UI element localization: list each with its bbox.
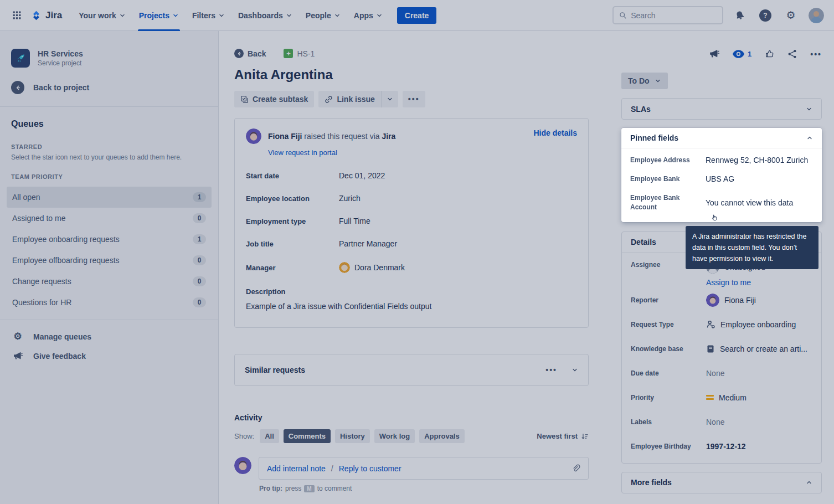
view-request-portal-link[interactable]: View request in portal <box>268 148 337 157</box>
more-fields-panel: More fields <box>621 472 822 493</box>
project-rocket-icon <box>11 49 30 68</box>
queue-count-badge: 1 <box>193 234 206 244</box>
queue-count-badge: 0 <box>193 213 206 223</box>
watchers-button[interactable]: 1 <box>733 50 751 58</box>
queue-employee-offboarding[interactable]: Employee offboarding requests 0 <box>7 250 212 271</box>
user-avatar <box>809 8 824 23</box>
queue-count-badge: 1 <box>193 192 206 202</box>
detail-row-employee-birthday: Employee Birthday 1997-12-12 <box>622 434 821 459</box>
project-header: HR Services Service project <box>0 44 218 75</box>
back-button[interactable]: Back <box>234 49 266 58</box>
profile-button[interactable] <box>807 7 825 24</box>
share-icon <box>787 49 797 59</box>
assign-to-me-link[interactable]: Assign to me <box>706 278 765 287</box>
chevron-down-icon <box>806 106 812 112</box>
create-subtask-button[interactable]: Create subtask <box>234 91 314 107</box>
detail-row-knowledge-base: Knowledge base Search or create an arti.… <box>622 337 821 361</box>
megaphone-icon <box>11 351 24 361</box>
ellipsis-icon: ••• <box>810 50 822 59</box>
nav-dashboards[interactable]: Dashboards <box>231 0 299 31</box>
queue-all-open[interactable]: All open 1 <box>7 187 212 208</box>
notifications-button[interactable] <box>731 7 749 24</box>
request-type-icon: + <box>284 49 293 58</box>
app-switcher-icon[interactable] <box>8 7 25 24</box>
similar-collapse-button[interactable] <box>572 367 578 373</box>
app-name: Jira <box>45 10 62 21</box>
queue-list: All open 1 Assigned to me 0 Employee onb… <box>0 183 218 313</box>
more-fields-header[interactable]: More fields <box>622 472 821 493</box>
sort-order-button[interactable]: Newest first <box>537 432 589 440</box>
status-dropdown[interactable]: To Do <box>621 73 668 89</box>
queue-questions-for-hr[interactable]: Questions for HR 0 <box>7 292 212 313</box>
queue-employee-onboarding[interactable]: Employee onboarding requests 1 <box>7 229 212 250</box>
settings-button[interactable]: ⚙ <box>782 7 800 24</box>
panel-more-button[interactable]: ••• <box>810 50 822 59</box>
nav-people[interactable]: People <box>299 0 347 31</box>
share-button[interactable] <box>787 49 797 59</box>
filter-comments[interactable]: Comments <box>284 429 331 443</box>
pinned-fields-panel: Pinned fields Employee Address Rennweg 5… <box>621 128 822 222</box>
issue-toolbar: Create subtask Link issue ••• <box>234 91 589 107</box>
filter-approvals[interactable]: Approvals <box>419 429 465 443</box>
link-icon <box>325 95 333 104</box>
slas-header[interactable]: SLAs <box>622 99 821 119</box>
hide-details-link[interactable]: Hide details <box>533 128 577 137</box>
chevron-up-icon <box>806 479 812 486</box>
manage-queues-link[interactable]: ⚙ Manage queues <box>0 327 218 346</box>
link-issue-button[interactable]: Link issue <box>318 91 380 107</box>
manager-avatar <box>339 262 350 273</box>
filter-worklog[interactable]: Work log <box>374 429 415 443</box>
raised-by-line: Fiona Fiji raised this request via Jira <box>268 132 395 141</box>
nav-your-work[interactable]: Your work <box>72 0 132 31</box>
comment-input[interactable]: Add internal note / Reply to customer <box>259 457 589 480</box>
like-button[interactable] <box>765 49 774 59</box>
search-input[interactable] <box>631 11 717 20</box>
similar-more-button[interactable]: ••• <box>545 366 557 374</box>
back-to-project-link[interactable]: Back to project <box>0 75 218 100</box>
detail-row-labels: Labels None <box>622 410 821 434</box>
subtask-icon <box>240 95 249 104</box>
nav-apps[interactable]: Apps <box>347 0 389 31</box>
reply-to-customer-link[interactable]: Reply to customer <box>339 464 401 473</box>
filter-all[interactable]: All <box>260 429 279 443</box>
queue-change-requests[interactable]: Change requests 0 <box>7 271 212 292</box>
feedback-button[interactable] <box>709 49 719 59</box>
nav-projects[interactable]: Projects <box>132 0 186 31</box>
queue-count-badge: 0 <box>193 297 206 307</box>
project-type: Service project <box>38 59 83 67</box>
filter-history[interactable]: History <box>335 429 370 443</box>
current-user-avatar <box>234 457 251 474</box>
project-sidebar: HR Services Service project Back to proj… <box>0 31 219 504</box>
priority-medium-icon <box>706 395 714 400</box>
nav-filters[interactable]: Filters <box>186 0 231 31</box>
hand-pointer-cursor <box>710 213 719 224</box>
book-icon <box>706 344 715 353</box>
issue-side-panel: 1 ••• To Do SLAs Pinned fields <box>621 31 822 504</box>
protip: Pro tip: press M to comment <box>259 485 589 492</box>
comment-composer: Add internal note / Reply to customer <box>234 457 589 480</box>
add-internal-note-link[interactable]: Add internal note <box>267 464 326 473</box>
queue-count-badge: 0 <box>193 276 206 286</box>
chevron-up-icon <box>806 135 813 141</box>
give-feedback-link[interactable]: Give feedback <box>0 346 218 366</box>
create-button[interactable]: Create <box>397 7 437 24</box>
pinned-fields-header[interactable]: Pinned fields <box>621 128 822 148</box>
paperclip-icon[interactable] <box>572 464 580 473</box>
activity-filter-bar: Show: All Comments History Work log Appr… <box>234 429 589 443</box>
description-label: Description <box>246 287 577 296</box>
issue-actions: 1 ••• <box>621 49 822 59</box>
restricted-value[interactable]: You cannot view this data <box>706 198 793 207</box>
activity-heading: Activity <box>234 413 589 422</box>
watcher-count: 1 <box>748 50 751 58</box>
pinned-field-row: Employee Address Rennweg 52, CH-8001 Zur… <box>621 151 822 169</box>
request-details-panel: Fiona Fiji raised this request via Jira … <box>234 118 589 328</box>
link-issue-dropdown[interactable] <box>381 91 398 107</box>
help-button[interactable]: ? <box>756 7 774 24</box>
jira-logo[interactable]: Jira <box>30 9 62 22</box>
queue-assigned-to-me[interactable]: Assigned to me 0 <box>7 208 212 229</box>
more-actions-button[interactable]: ••• <box>403 91 425 107</box>
starred-heading: STARRED <box>0 131 218 153</box>
issue-key[interactable]: + HS-1 <box>284 49 315 58</box>
divider <box>0 320 218 320</box>
reporter-avatar <box>246 128 261 144</box>
